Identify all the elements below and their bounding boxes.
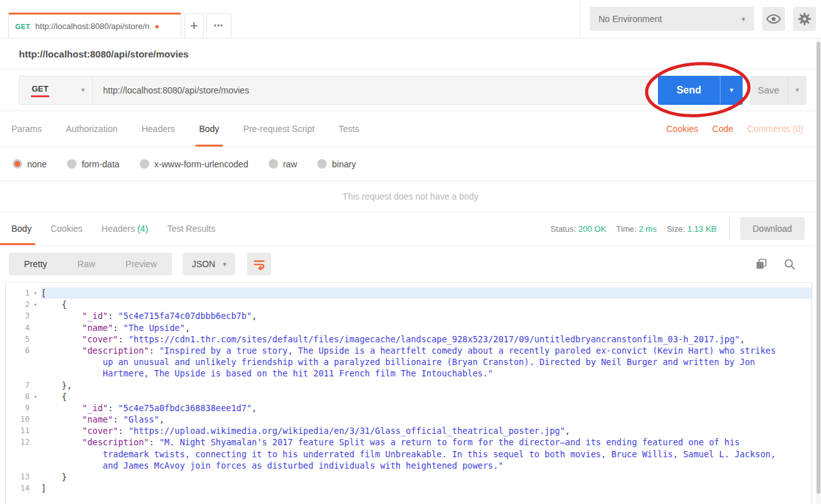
url-input[interactable] [92,76,650,105]
fold-spacer [30,448,41,460]
code-text: ] [41,483,812,494]
chevron-down-icon: ▾ [796,86,800,94]
code-text: "description": "M. Night Shyamalan's 201… [41,436,812,448]
response-body-editor[interactable]: 1▾[2▾ {3 "_id": "5c4e715fa74c07dbbb6ecb7… [5,282,812,504]
line-number: 5 [6,333,30,345]
radio-none[interactable]: none [13,159,47,169]
settings-button[interactable] [793,7,816,31]
cookies-link[interactable]: Cookies [666,124,698,134]
size-value: 1.13 KB [687,224,716,234]
radio-form-data[interactable]: form-data [67,159,119,169]
request-builder-row: GET ▾ Send ▾ Save ▾ [0,69,821,111]
line-number: 1 [6,287,30,299]
fold-arrow-icon[interactable]: ▾ [30,391,41,402]
code-text: }, [41,380,812,391]
format-selector[interactable]: JSON ▾ [183,253,235,275]
environment-quick-look-button[interactable] [762,7,785,31]
radio-binary[interactable]: binary [317,159,356,169]
fold-spacer [30,483,41,494]
request-links: Cookies Code Comments (0) [666,124,803,134]
search-icon [784,258,796,270]
view-mode-raw[interactable]: Raw [63,253,111,275]
line-number: 2 [6,299,30,310]
radio-label: x-www-form-urlencoded [154,159,248,169]
fold-arrow-icon[interactable]: ▾ [30,287,41,299]
tab-params[interactable]: Params [11,111,42,147]
search-button[interactable] [784,258,796,270]
code-line: 11 "cover": "https://upload.wikimedia.or… [6,425,812,436]
response-tab-body[interactable]: Body [11,224,32,234]
fold-spacer [30,402,41,414]
code-text: "description": "Inspired by a true story… [41,345,812,356]
wrap-text-button[interactable] [247,253,271,275]
download-button[interactable]: Download [740,217,805,240]
tab-headers[interactable]: Headers [142,111,175,147]
status-value: 200 OK [578,224,606,234]
line-number: 11 [6,425,30,436]
save-options-button[interactable]: ▾ [788,76,806,105]
new-tab-button[interactable]: + [185,13,204,38]
code-line: Hartmere, The Upside is based on the hit… [6,368,812,379]
radio-raw[interactable]: raw [269,159,298,169]
code-text: and James McAvoy join forces as disturbe… [41,460,812,471]
radio-x-www-form-urlencoded[interactable]: x-www-form-urlencoded [140,159,248,169]
copy-button[interactable] [755,258,767,270]
open-request-tab[interactable]: GET http://localhost:8080/api/store/n ● [8,13,181,38]
fold-arrow-icon[interactable]: ▾ [30,299,41,310]
code-text: trademark twists, connecting it to his u… [41,448,812,460]
scrollbar-thumb[interactable] [817,42,820,494]
view-mode-preview[interactable]: Preview [111,253,173,275]
fold-spacer [30,425,41,436]
code-line: 12 "description": "M. Night Shyamalan's … [6,436,812,448]
fold-spacer [30,333,41,345]
line-number: 13 [6,471,30,483]
line-number [6,460,30,471]
tab-options-button[interactable]: ••• [206,13,231,38]
comments-link[interactable]: Comments (0) [747,124,803,134]
code-link[interactable]: Code [712,124,733,134]
send-split-button: Send ▾ [658,76,743,105]
environment-area: No Environment ▾ [580,0,821,38]
radio-icon [67,159,76,169]
line-number [6,448,30,460]
fold-spacer [30,414,41,425]
code-text: "cover": "https://cdn1.thr.com/sites/def… [41,333,812,345]
view-mode-pretty[interactable]: Pretty [9,253,63,275]
empty-body-row: This request does not have a body [0,181,821,212]
method-label: GET [31,83,49,97]
code-line: 14] [6,483,812,494]
code-text: [ [41,287,812,299]
status-label: Status: [550,224,576,234]
send-button[interactable]: Send [658,76,720,105]
tab-authorization[interactable]: Authorization [66,111,118,147]
postman-window: GET http://localhost:8080/api/store/n ● … [0,0,821,504]
code-line: 7 }, [6,380,812,391]
view-mode-switch: Pretty Raw Preview [9,253,172,275]
code-line: and James McAvoy join forces as disturbe… [6,460,812,471]
tab-pre-request-script[interactable]: Pre-request Script [243,111,315,147]
response-tab-test-results[interactable]: Test Results [167,224,215,234]
active-tab-underline [0,243,35,245]
response-tab-headers[interactable]: Headers (4) [102,224,149,234]
send-options-button[interactable]: ▾ [720,76,743,105]
request-title: http://localhost:8080/api/store/movies [19,49,188,59]
gear-icon [797,11,812,27]
tab-tests[interactable]: Tests [339,111,360,147]
method-selector[interactable]: GET ▾ [19,76,92,105]
time-label: Time: [616,224,636,234]
response-tab-cookies[interactable]: Cookies [51,224,83,234]
line-number [6,356,30,368]
code-text: up an unusual and unlikely friendship wi… [41,356,812,368]
line-number: 4 [6,322,30,333]
radio-icon [269,159,278,169]
environment-selector[interactable]: No Environment ▾ [590,7,754,31]
response-tab-headers-label: Headers [102,224,138,234]
response-toolbar: Pretty Raw Preview JSON ▾ [0,246,821,282]
line-number: 8 [6,391,30,402]
tab-body[interactable]: Body [199,111,219,147]
time-pair: Time: 2 ms [616,224,657,234]
copy-icon [755,258,767,270]
size-label: Size: [667,224,685,234]
line-number: 12 [6,436,30,448]
save-button[interactable]: Save [750,76,788,105]
